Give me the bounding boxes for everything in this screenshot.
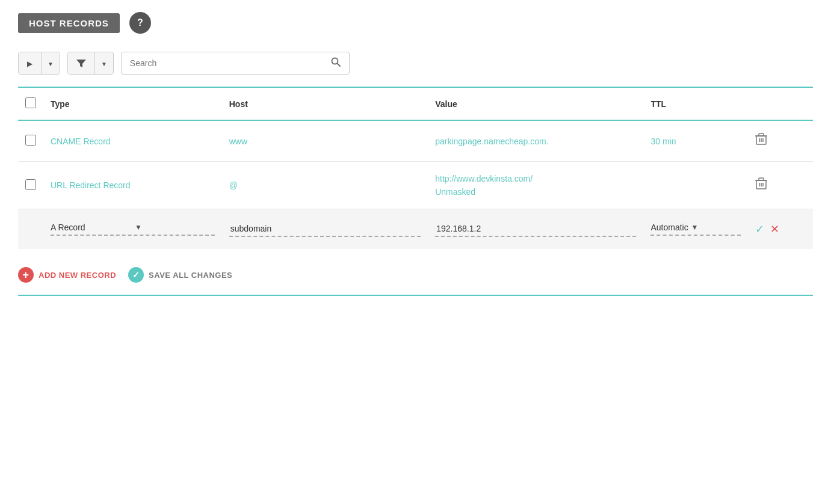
filter-button-group: [67, 52, 114, 75]
table-row: CNAME Record www parkingpage.namecheap.c…: [18, 120, 813, 162]
row-ttl: [643, 162, 748, 209]
toolbar: [18, 52, 813, 75]
type-select-wrapper: A Record AAAA Record CNAME Record MX Rec…: [51, 223, 215, 236]
table-row: URL Redirect Record @ http://www.devkins…: [18, 162, 813, 209]
edit-ttl-cell: Automatic 1 min 5 min 30 min 1 hour 6 ho…: [643, 209, 748, 250]
row-delete-cell: [748, 162, 813, 209]
action-button-group: [18, 52, 60, 75]
row-host: @: [222, 162, 428, 209]
search-input[interactable]: [130, 58, 331, 68]
header-checkbox-cell: [18, 88, 43, 120]
value-input[interactable]: [435, 221, 636, 237]
edit-value-cell: [428, 209, 643, 250]
type-select[interactable]: A Record AAAA Record CNAME Record MX Rec…: [51, 223, 131, 232]
edit-row-checkbox-cell: [18, 209, 43, 250]
col-actions: [748, 88, 813, 120]
edit-type-cell: A Record AAAA Record CNAME Record MX Rec…: [43, 209, 222, 250]
edit-action-buttons: ✓ ✕: [755, 223, 806, 236]
play-button[interactable]: [19, 52, 41, 74]
header: HOST RECORDS ?: [18, 12, 813, 34]
edit-host-cell: [222, 209, 428, 250]
trash-icon: [755, 177, 767, 191]
add-record-label: ADD NEW RECORD: [39, 271, 116, 280]
row-checkbox-cell: [18, 162, 43, 209]
trash-icon: [755, 133, 767, 146]
page-title: HOST RECORDS: [18, 13, 120, 33]
col-type: Type: [43, 88, 222, 120]
row-ttl: 30 min: [643, 120, 748, 162]
host-input[interactable]: [229, 221, 421, 237]
row-host: www: [222, 120, 428, 162]
svg-rect-5: [759, 134, 764, 136]
filter-button[interactable]: [68, 52, 94, 74]
save-all-label: SAVE ALL CHANGES: [149, 271, 232, 280]
svg-marker-0: [76, 60, 86, 67]
search-icon: [331, 57, 341, 67]
bottom-actions: + ADD NEW RECORD ✓ SAVE ALL CHANGES: [18, 255, 813, 296]
help-button[interactable]: ?: [129, 12, 151, 34]
row-checkbox[interactable]: [25, 135, 36, 146]
col-host: Host: [222, 88, 428, 120]
delete-button[interactable]: [755, 133, 767, 149]
table-header-row: Type Host Value TTL: [18, 88, 813, 120]
row-type: URL Redirect Record: [43, 162, 222, 209]
page-container: HOST RECORDS ?: [0, 0, 831, 308]
svg-line-2: [337, 64, 340, 67]
filter-icon: [76, 58, 86, 68]
select-all-checkbox[interactable]: [25, 97, 36, 108]
save-icon: ✓: [128, 267, 144, 283]
caret-icon: [48, 59, 54, 68]
col-ttl: TTL: [643, 88, 748, 120]
row-checkbox-cell: [18, 120, 43, 162]
edit-row: A Record AAAA Record CNAME Record MX Rec…: [18, 209, 813, 250]
filter-dropdown-button[interactable]: [95, 52, 113, 74]
ttl-select[interactable]: Automatic 1 min 5 min 30 min 1 hour 6 ho…: [650, 223, 688, 232]
ttl-select-wrapper: Automatic 1 min 5 min 30 min 1 hour 6 ho…: [650, 223, 741, 236]
add-record-button[interactable]: + ADD NEW RECORD: [18, 267, 116, 283]
row-value-line2: Unmasked: [435, 187, 636, 197]
row-checkbox[interactable]: [25, 179, 36, 190]
row-value: http://www.devkinsta.com/ Unmasked: [428, 162, 643, 209]
type-dropdown-arrow: ▼: [135, 223, 142, 232]
play-icon: [27, 58, 32, 68]
svg-rect-11: [759, 178, 764, 180]
action-dropdown-button[interactable]: [42, 52, 60, 74]
edit-actions-cell: ✓ ✕: [748, 209, 813, 250]
ttl-dropdown-arrow: ▼: [691, 223, 698, 232]
col-value: Value: [428, 88, 643, 120]
search-box: [121, 52, 350, 75]
records-table: Type Host Value TTL CNAME Record www par…: [18, 88, 813, 249]
row-value: parkingpage.namecheap.com.: [428, 120, 643, 162]
save-all-button[interactable]: ✓ SAVE ALL CHANGES: [128, 267, 232, 283]
row-delete-cell: [748, 120, 813, 162]
filter-caret-icon: [101, 59, 107, 68]
cancel-button[interactable]: ✕: [770, 223, 779, 236]
row-value-line1: http://www.devkinsta.com/: [435, 174, 636, 183]
confirm-button[interactable]: ✓: [755, 223, 764, 236]
delete-button[interactable]: [755, 177, 767, 194]
row-type: CNAME Record: [43, 120, 222, 162]
add-icon: +: [18, 267, 34, 283]
search-button[interactable]: [331, 57, 341, 69]
